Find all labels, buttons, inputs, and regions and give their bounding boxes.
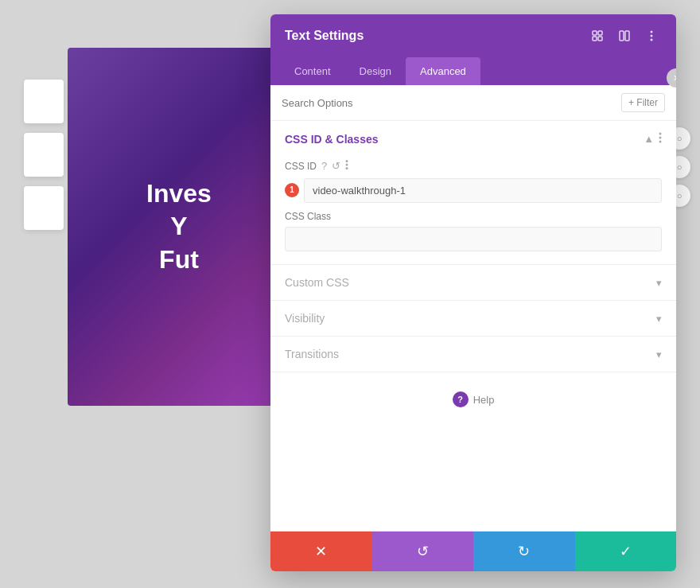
modal-body: CSS ID & Classes ▲ CSS ID ? <box>270 121 676 531</box>
css-id-input-row: 1 <box>285 177 662 203</box>
section-visibility: Visibility ▾ <box>270 301 676 337</box>
chevron-down-icon-visibility[interactable]: ▾ <box>656 313 662 325</box>
save-icon: ✓ <box>620 543 632 560</box>
strip-2 <box>24 133 64 177</box>
text-settings-modal: Text Settings <box>270 14 676 571</box>
css-id-help-icon[interactable]: ? <box>321 160 327 172</box>
cancel-icon: ✕ <box>315 543 327 560</box>
hero-text: InvesYFut <box>130 162 228 293</box>
svg-rect-1 <box>598 31 602 35</box>
strip-3 <box>24 186 64 230</box>
hero-section: InvesYFut <box>68 48 290 406</box>
reset-icon: ↺ <box>417 543 429 560</box>
left-panel-strips <box>24 80 64 230</box>
svg-rect-4 <box>620 31 624 41</box>
svg-rect-3 <box>598 37 602 41</box>
cancel-button[interactable]: ✕ <box>270 532 372 571</box>
css-id-more-icon[interactable] <box>345 160 348 172</box>
section-css-actions: ▲ <box>644 132 662 146</box>
filter-button[interactable]: + Filter <box>621 93 665 112</box>
svg-point-13 <box>346 164 348 166</box>
help-button[interactable]: ? Help <box>453 391 495 407</box>
strip-1 <box>24 80 64 123</box>
section-custom-css: Custom CSS ▾ <box>270 265 676 301</box>
expand-icon[interactable] <box>587 25 608 46</box>
section-transitions: Transitions ▾ <box>270 337 676 372</box>
svg-point-11 <box>659 141 662 143</box>
css-class-input[interactable] <box>285 227 662 251</box>
section-css-id-classes: CSS ID & Classes ▲ CSS ID ? <box>270 121 676 265</box>
section-custom-css-header[interactable]: Custom CSS ▾ <box>270 265 676 300</box>
chevron-up-icon[interactable]: ▲ <box>644 133 654 145</box>
section-css-id-classes-title: CSS ID & Classes <box>285 133 379 146</box>
search-bar: + Filter <box>270 85 676 121</box>
split-view-icon[interactable] <box>614 25 635 46</box>
modal-header: Text Settings <box>270 14 676 57</box>
section-transitions-header[interactable]: Transitions ▾ <box>270 337 676 372</box>
svg-rect-0 <box>593 31 597 35</box>
section-css-id-classes-header[interactable]: CSS ID & Classes ▲ <box>270 121 676 157</box>
tab-advanced[interactable]: Advanced <box>406 57 480 85</box>
chevron-down-icon-transitions[interactable]: ▾ <box>656 349 662 360</box>
svg-point-12 <box>346 160 348 162</box>
help-icon: ? <box>453 391 469 407</box>
help-label: Help <box>473 394 495 406</box>
svg-point-7 <box>651 35 653 37</box>
redo-button[interactable]: ↻ <box>473 532 575 571</box>
section-transitions-title: Transitions <box>285 348 339 360</box>
save-button[interactable]: ✓ <box>575 532 677 571</box>
chevron-down-icon-custom-css[interactable]: ▾ <box>656 277 662 289</box>
section-custom-css-title: Custom CSS <box>285 276 349 289</box>
svg-rect-5 <box>625 31 629 41</box>
search-input[interactable] <box>282 97 621 109</box>
section-visibility-title: Visibility <box>285 312 325 325</box>
tab-content[interactable]: Content <box>280 57 345 85</box>
tab-bar: Content Design Advanced <box>270 57 676 85</box>
header-icons <box>587 25 662 46</box>
css-id-row: CSS ID ? ↺ <box>285 160 662 172</box>
svg-point-9 <box>659 133 662 135</box>
modal-footer: ✕ ↺ ↻ ✓ <box>270 531 676 571</box>
section-more-icon[interactable] <box>659 132 662 146</box>
filter-label: + Filter <box>628 97 658 108</box>
svg-point-14 <box>346 167 348 169</box>
tab-design[interactable]: Design <box>345 57 406 85</box>
help-section: ? Help <box>270 372 676 426</box>
modal-title: Text Settings <box>285 29 364 43</box>
svg-point-8 <box>651 39 653 41</box>
svg-point-6 <box>651 31 653 33</box>
css-class-label: CSS Class <box>285 211 662 222</box>
css-id-badge: 1 <box>285 183 299 197</box>
more-options-icon[interactable] <box>641 25 662 46</box>
css-id-reset-icon[interactable]: ↺ <box>332 160 340 172</box>
svg-point-10 <box>659 137 662 139</box>
section-css-id-classes-content: CSS ID ? ↺ 1 CSS Clas <box>270 157 676 264</box>
section-visibility-header[interactable]: Visibility ▾ <box>270 301 676 336</box>
css-id-input[interactable] <box>304 178 662 203</box>
svg-rect-2 <box>593 37 597 41</box>
css-id-label: CSS ID <box>285 161 317 172</box>
redo-icon: ↻ <box>518 543 530 560</box>
reset-button[interactable]: ↺ <box>372 532 474 571</box>
